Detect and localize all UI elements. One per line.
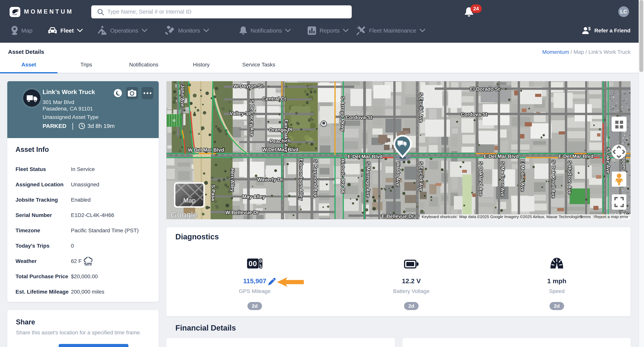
svg-text:E Del Mar Blvd: E Del Mar Blvd [558,153,594,159]
svg-text:S Madison Ave: S Madison Ave [500,162,506,197]
svg-text:0: 0 [260,259,262,264]
svg-text:S Marengo Ave: S Marengo Ave [365,162,371,197]
svg-text:E Bellevue Dr: E Bellevue Dr [382,213,414,219]
svg-text:W Bellevue Dr: W Bellevue Dr [226,210,259,215]
svg-text:Report a map error: Report a map error [594,215,628,219]
svg-text:opper: opper [622,156,627,170]
svg-text:$: $ [588,26,591,31]
svg-text:Waldo Ave: Waldo Ave [395,162,401,187]
svg-text:S Euclid Ave: S Euclid Ave [418,162,424,192]
svg-text:Historic Rte 66: Historic Rte 66 [340,159,346,193]
svg-text:May Alley: May Alley [242,194,265,200]
svg-text:S Euclid Ave: S Euclid Ave [418,93,424,123]
svg-text:Cordova St: Cordova St [461,111,488,117]
svg-text:Terms: Terms [580,215,591,219]
svg-text:Map data ©2025 Google Imagery: Map data ©2025 Google Imagery ©2025 Airb… [459,215,582,219]
svg-text:Cordova St: Cordova St [346,114,372,120]
svg-text:Waverly Dr: Waverly Dr [257,177,283,182]
svg-text:S Arroyo Pkwy: S Arroyo Pkwy [340,96,346,132]
svg-text:S Oakland Ave: S Oakland Ave [478,162,484,196]
svg-text:Herr Alley: Herr Alley [230,168,235,192]
svg-text:El Dorado St: El Dorado St [470,86,500,92]
svg-text:Central Ct: Central Ct [262,96,286,102]
svg-text:Map: Map [183,197,196,204]
svg-text:Valley St: Valley St [230,110,250,116]
svg-text:00: 00 [248,260,257,268]
svg-text:E Del Mar Blvd: E Del Mar Blvd [484,153,519,159]
svg-text:W Del Mar Blvd: W Del Mar Blvd [188,147,224,153]
svg-text:S Oak Knoll Ave: S Oak Knoll Ave [551,160,556,198]
svg-text:S De Lacey Ave: S De Lacey Ave [249,100,255,136]
svg-text:W Dayton St: W Dayton St [234,83,263,89]
svg-text:S Raymond Ave: S Raymond Ave [313,160,318,197]
svg-text:E Del Mar Blvd: E Del Mar Blvd [348,154,382,159]
svg-text:Keyboard shortcuts: Keyboard shortcuts [422,215,456,219]
svg-text:W Del Mar Blvd: W Del Mar Blvd [262,147,298,152]
svg-text:Edmondson Alley: Edmondson Alley [298,159,304,201]
svg-text:El Molino Ave: El Molino Ave [520,159,526,192]
svg-text:S Hudson Ave: S Hudson Ave [567,161,573,194]
svg-text:S Lake Ave: S Lake Ave [605,147,611,174]
svg-text:S Pasa: S Pasa [210,185,216,201]
svg-text:John Ave: John Ave [180,85,186,107]
svg-text:Fair Oaks Ave: Fair Oaks Ave [283,119,289,152]
svg-text:Google: Google [170,210,198,219]
